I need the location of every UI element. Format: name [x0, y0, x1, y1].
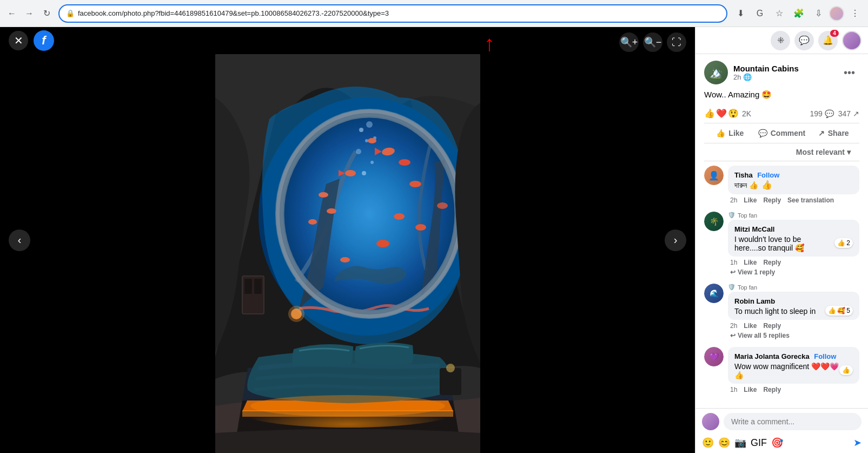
reply-comment-tisha-button[interactable]: Reply — [763, 196, 781, 204]
like-button[interactable]: 👍 Like — [704, 124, 756, 142]
browser-nav-buttons: ← → ↻ — [4, 6, 54, 21]
wow-emoji: 😲 — [728, 108, 739, 119]
post-author-avatar: 🏔️ — [704, 61, 728, 84]
comment-content: 🛡️ Top fan Mitzi McCall I wouldn't love … — [728, 212, 859, 276]
messenger-button[interactable]: 💬 — [794, 31, 814, 50]
reload-button[interactable]: ↻ — [39, 6, 54, 21]
forward-button[interactable]: → — [22, 6, 37, 21]
fb-letter: f — [42, 34, 45, 48]
downloads-button[interactable]: ⇩ — [810, 5, 827, 22]
apps-button[interactable]: ⁜ — [771, 31, 790, 50]
view-replies-robin-button[interactable]: ↩ View all 5 replies — [728, 332, 790, 339]
see-translation-button[interactable]: See translation — [787, 196, 834, 204]
zoom-in-icon: 🔍+ — [620, 36, 638, 48]
comment-author-line: Mitzi McCall — [734, 224, 853, 234]
fullscreen-icon: ⛶ — [672, 37, 681, 48]
reply-comment-mitzi-button[interactable]: Reply — [763, 259, 781, 266]
reply-comment-maria-button[interactable]: Reply — [763, 386, 781, 393]
love-emoji: ❤️ — [716, 108, 727, 119]
comment-button[interactable]: 💬 Comment — [756, 124, 808, 142]
follow-tisha-button[interactable]: Follow — [757, 171, 779, 179]
comment-item: 🌊 🛡️ Top fan Robin Lamb To much light to… — [704, 284, 859, 339]
emoji-face-button[interactable]: 😊 — [718, 437, 730, 449]
more-options-post-button[interactable]: ••• — [839, 64, 859, 81]
close-button[interactable]: ✕ — [9, 31, 28, 50]
comment-icon: 💬 — [758, 129, 767, 137]
url-bar-container[interactable]: 🔒 — [58, 4, 727, 23]
reply-comment-robin-button[interactable]: Reply — [763, 322, 781, 330]
share-icon: ↗ — [818, 129, 825, 137]
action-buttons: 👍 Like 💬 Comment ↗ Share — [704, 123, 859, 143]
shield-icon: 🛡️ — [728, 212, 736, 219]
comment-author-name[interactable]: Mitzi McCall — [734, 225, 774, 233]
prev-photo-button[interactable]: ‹ — [9, 229, 30, 251]
svg-point-35 — [250, 395, 445, 417]
notifications-button[interactable]: 🔔 4 — [818, 31, 838, 50]
emoji-sticker-button[interactable]: 🙂 — [702, 437, 714, 449]
zoom-out-button[interactable]: 🔍− — [643, 32, 662, 52]
reaction-icon: 👍 — [761, 180, 772, 190]
comment-actions: 1h Like Reply — [728, 386, 859, 393]
comment-bubble: Robin Lamb To much light to sleep in 👍🥰 … — [728, 292, 859, 320]
comment-content: Maria Jolanta Gorecka Follow Wow wow mag… — [728, 347, 859, 393]
commenter-avatar-maria: 💜 — [704, 347, 724, 366]
comments-section: 👤 Tisha Follow দারুন 👍 👍 2 — [695, 161, 868, 408]
emoji-gif-button[interactable]: GIF — [751, 437, 767, 449]
comments-count: 199 💬 — [810, 109, 834, 118]
photo-controls: 🔍+ 🔍− ⛶ — [619, 32, 686, 52]
emoji-camera-button[interactable]: 📷 — [734, 437, 746, 449]
like-comment-maria-button[interactable]: Like — [744, 386, 757, 393]
close-icon: ✕ — [14, 34, 23, 47]
comment-input[interactable] — [724, 413, 862, 430]
comment-text: To much light to sleep in — [734, 307, 816, 316]
comment-emoji-bar: 🙂 😊 📷 GIF 🎯 ➤ — [695, 435, 868, 453]
comment-bubble: Mitzi McCall I wouldn't love to be here.… — [728, 220, 859, 257]
like-comment-tisha-button[interactable]: Like — [744, 196, 757, 204]
commenter-avatar-robin: 🌊 — [704, 284, 724, 303]
comment-share-counts: 199 💬 347 ↗ — [810, 109, 860, 118]
comment-like-reaction: 👍🥰 5 — [825, 306, 853, 316]
next-photo-button[interactable]: › — [665, 229, 686, 251]
comment-author-name[interactable]: Robin Lamb — [734, 297, 775, 305]
comment-author-name[interactable]: Tisha — [734, 171, 753, 179]
comment-time: 2h — [730, 322, 737, 330]
download-page-button[interactable]: ⬇ — [732, 5, 749, 22]
reactions-bar: 👍 ❤️ 😲 2K 199 💬 347 ↗ — [704, 104, 859, 123]
comment-text: I wouldn't love to be here....so tranqui… — [734, 235, 834, 252]
reactions-count: 2K — [742, 109, 751, 118]
zoom-out-icon: 🔍− — [644, 36, 662, 48]
url-input[interactable] — [78, 9, 720, 17]
translate-button[interactable]: G — [751, 5, 768, 22]
sort-label: Most relevant — [796, 148, 845, 156]
reaction-icons[interactable]: 👍 ❤️ 😲 2K — [704, 108, 751, 119]
bookmark-button[interactable]: ☆ — [771, 5, 788, 22]
comment-label: Comment — [771, 129, 806, 137]
user-avatar[interactable] — [842, 31, 862, 50]
comment-text: Wow wow magnificent ❤️❤️💗 👍 — [734, 362, 839, 379]
zoom-in-button[interactable]: 🔍+ — [619, 32, 639, 52]
fullscreen-button[interactable]: ⛶ — [667, 32, 686, 52]
comment-avatar: 🌊 — [704, 284, 724, 303]
lock-icon: 🔒 — [66, 9, 75, 17]
back-button[interactable]: ← — [4, 6, 19, 21]
more-options-button[interactable]: ⋮ — [846, 5, 864, 22]
notifications-badge: 4 — [830, 30, 839, 37]
comment-time: 2h — [730, 196, 737, 204]
shares-count: 347 ↗ — [838, 109, 859, 118]
like-comment-robin-button[interactable]: Like — [744, 322, 757, 330]
like-comment-mitzi-button[interactable]: Like — [744, 259, 757, 266]
post-author-name[interactable]: Mountain Cabins — [733, 64, 834, 73]
comment-actions: 2h Like Reply — [728, 322, 859, 330]
bell-icon: 🔔 — [823, 35, 833, 45]
emoji-sticker2-button[interactable]: 🎯 — [771, 437, 783, 449]
post-meta: Mountain Cabins 2h 🌐 — [733, 64, 834, 81]
extensions-button[interactable]: 🧩 — [790, 5, 807, 22]
comment-author-name[interactable]: Maria Jolanta Gorecka — [734, 352, 810, 360]
browser-profile-avatar[interactable] — [829, 6, 844, 21]
follow-maria-button[interactable]: Follow — [814, 352, 836, 360]
view-replies-mitzi-button[interactable]: ↩ View 1 reply — [728, 268, 775, 276]
share-button[interactable]: ↗ Share — [807, 124, 859, 142]
comment-actions: 1h Like Reply — [728, 259, 859, 266]
sort-button[interactable]: Most relevant ▾ — [796, 148, 851, 156]
send-comment-button[interactable]: ➤ — [853, 437, 862, 449]
